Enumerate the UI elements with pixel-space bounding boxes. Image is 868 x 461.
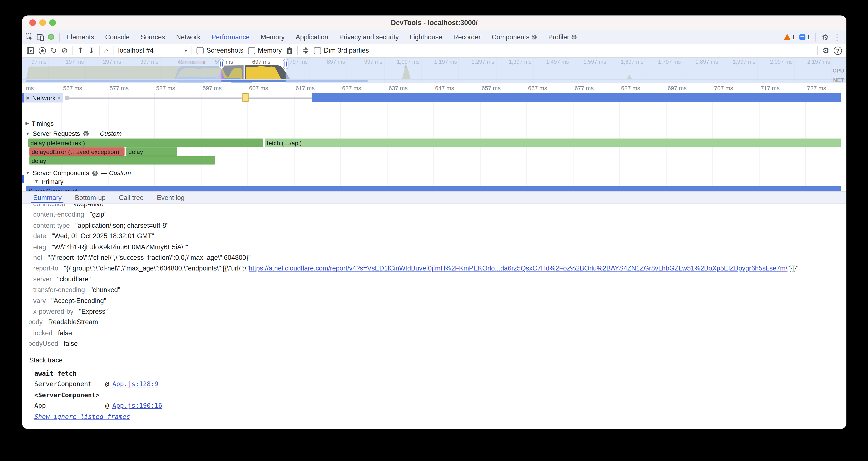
help-icon[interactable]: ? (834, 46, 842, 55)
ruler-tick-label: 667 ms (528, 85, 547, 91)
flame-bar[interactable]: ServerComponent (26, 186, 841, 191)
tab-components[interactable]: Components (486, 30, 542, 44)
property-row: date"Wed, 01 Oct 2025 18:32:01 GMT" (22, 231, 846, 242)
details-tab-summary[interactable]: Summary (27, 192, 68, 203)
ruler-tick-label: 597 ms (203, 85, 222, 91)
collapse-rows-icon[interactable] (302, 47, 309, 54)
selection-handle-right[interactable] (283, 59, 288, 69)
profile-select-value: localhost #4 (118, 47, 154, 54)
property-value: "Wed, 01 Oct 2025 18:32:01 GMT" (52, 231, 154, 242)
dim-3rd-parties-checkbox[interactable]: Dim 3rd parties (314, 47, 369, 54)
screenshots-checkbox[interactable]: Screenshots (196, 47, 244, 54)
tab-profiler[interactable]: Profiler (543, 30, 583, 44)
sidebar-toggle-icon[interactable] (27, 47, 34, 54)
timings-track-header[interactable]: ▶ Timings (22, 119, 846, 128)
server-requests-track-header[interactable]: ▼ Server Requests — Custom (22, 129, 846, 138)
warning-count: 1 (792, 34, 795, 40)
overview-dimmed-right (285, 58, 846, 83)
load-profile-button[interactable]: ↥ (77, 47, 84, 54)
flame-bar-label: delay (deferred text) (28, 139, 85, 146)
network-request-waiting (66, 97, 312, 98)
flame-bar[interactable]: delay (deferred text) (28, 139, 263, 147)
network-request-marker[interactable] (242, 93, 249, 102)
property-value: "gzip" (90, 210, 106, 221)
home-live-metrics-button[interactable]: ⌂ (104, 47, 109, 54)
property-key: content-type (33, 221, 70, 231)
checkbox-box (248, 47, 255, 54)
issues-badge[interactable]: 1 (800, 34, 810, 40)
selection-handle-left[interactable] (219, 59, 224, 69)
property-row: x-powered-by"Express" (22, 307, 846, 317)
close-window-button[interactable] (29, 20, 36, 26)
divider (113, 46, 114, 55)
property-value: false (58, 328, 72, 339)
tab-recorder[interactable]: Recorder (448, 30, 486, 44)
tab-elements[interactable]: Elements (61, 30, 100, 44)
record-button[interactable] (39, 47, 46, 54)
tab-memory[interactable]: Memory (255, 30, 290, 44)
kebab-menu-icon[interactable]: ⋮ (833, 33, 841, 40)
warnings-badge[interactable]: 1 (784, 34, 795, 40)
property-key: vary (33, 296, 46, 307)
stack-section-label: await fetch (34, 368, 846, 379)
flame-bar-label: fetch (…/api) (265, 139, 302, 146)
tab-sources[interactable]: Sources (135, 30, 170, 44)
property-row: etag"W/\"4b1-RjEJloX9kRinu6F0MAZMmy6E5iA… (22, 242, 846, 253)
save-profile-button[interactable]: ↧ (88, 47, 95, 54)
network-track-header[interactable]: ▶ Network ● (22, 93, 63, 103)
property-row: report-to"{\"group\":\"cf-nel\",\"max_ag… (22, 263, 846, 274)
source-location-link[interactable]: App.js:128:9 (112, 379, 158, 390)
collect-garbage-icon[interactable] (286, 47, 293, 54)
settings-gear-icon[interactable]: ⚙ (822, 33, 829, 40)
clear-recordings-button[interactable]: ⊘ (61, 47, 68, 54)
stack-frame-function: App (34, 401, 105, 412)
stack-frame-at: @ (105, 379, 109, 390)
ruler-tick-label: 657 ms (482, 85, 501, 91)
ruler-tick-label: 707 ms (714, 85, 733, 91)
zoom-window-button[interactable] (49, 20, 56, 26)
network-request-bar[interactable] (312, 93, 841, 102)
property-value: "keep-alive" (71, 204, 106, 210)
primary-group-header[interactable]: ▼ Primary (22, 177, 846, 185)
tab-performance[interactable]: Performance (206, 30, 255, 44)
ruler-tick-label: 627 ms (342, 85, 361, 91)
flame-bar[interactable]: fetch (…/api) (265, 139, 841, 147)
flame-bar[interactable]: delayedError (…ayed exception) (29, 147, 125, 156)
flame-bar[interactable]: delay (29, 156, 215, 165)
property-value: "chunked" (90, 285, 120, 296)
tab-privacy-and-security[interactable]: Privacy and security (334, 30, 404, 44)
collapse-triangle-icon: ▼ (25, 170, 30, 175)
source-location-link[interactable]: App.js:190:16 (112, 401, 162, 412)
react-atom-icon (571, 34, 577, 39)
tab-console[interactable]: Console (100, 30, 135, 44)
flame-chart-tracks[interactable]: ▶ Network ● ▶ Timings ▼ Server Requests … (22, 93, 846, 191)
details-tab-call-tree[interactable]: Call tree (112, 192, 150, 203)
flame-bar-label: delay (126, 148, 143, 155)
summary-pane[interactable]: connection"keep-alive"content-encoding"g… (22, 204, 846, 429)
show-ignore-listed-frames-link[interactable]: Show ignore-listed frames (34, 412, 846, 423)
performance-toolbar: ↻ ⊘ ↥ ↧ ⌂ localhost #4 ▾ Screenshots Mem… (22, 44, 846, 58)
inspect-element-icon[interactable] (25, 33, 33, 40)
record-and-reload-button[interactable]: ↻ (51, 47, 57, 54)
timeline-ruler: ms567 ms577 ms587 ms597 ms607 ms617 ms62… (22, 83, 846, 94)
device-toolbar-icon[interactable] (36, 33, 44, 40)
profile-history-select[interactable]: localhost #4 ▾ (118, 47, 187, 54)
flame-bar[interactable]: delay (126, 147, 177, 156)
tab-network[interactable]: Network (170, 30, 206, 44)
tab-application[interactable]: Application (290, 30, 334, 44)
tab-lighthouse[interactable]: Lighthouse (404, 30, 448, 44)
report-endpoint-link[interactable]: https://a.nel.cloudflare.com/report/v4?s… (249, 264, 787, 272)
minimize-window-button[interactable] (39, 20, 46, 26)
stack-trace-section: Stack trace await fetchServerComponent@A… (22, 356, 846, 423)
flame-bar-label: ServerComponent (26, 187, 78, 191)
server-components-track-header[interactable]: ▼ Server Components — Custom (22, 169, 846, 177)
memory-checkbox[interactable]: Memory (248, 47, 282, 54)
response-properties: connection"keep-alive"content-encoding"g… (22, 204, 846, 350)
capture-settings-gear-icon[interactable]: ⚙ (822, 47, 829, 54)
property-key: content-encoding (33, 210, 84, 221)
details-tab-event-log[interactable]: Event log (150, 192, 191, 203)
timeline-overview[interactable]: 97 ms197 ms297 ms397 ms497 ms597 ms697 m… (22, 58, 846, 84)
details-tab-bottom-up[interactable]: Bottom-up (68, 192, 112, 203)
ruler-tick-label: ms (26, 85, 34, 91)
property-key: nel (33, 253, 42, 263)
